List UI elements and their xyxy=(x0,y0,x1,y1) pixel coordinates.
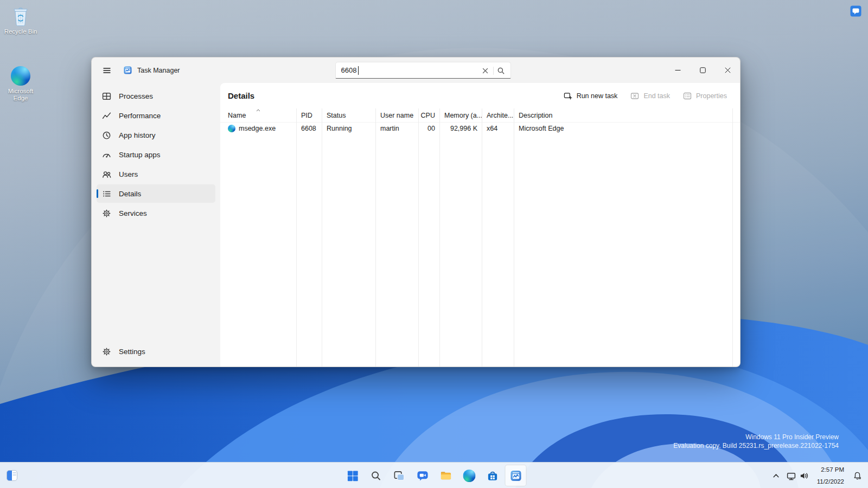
toolbar: Run new task End task xyxy=(558,88,732,104)
notifications-button[interactable] xyxy=(849,465,866,486)
cell-pid[interactable]: 6608 xyxy=(297,123,322,134)
tray-date: 11/2/2022 xyxy=(817,478,844,486)
details-table: Name msedge.exe PID 6608 Status Running xyxy=(220,108,740,367)
hamburger-icon xyxy=(103,66,111,75)
chat-button[interactable] xyxy=(412,465,433,486)
desktop-icon-recycle-bin[interactable]: Recycle Bin xyxy=(0,4,41,35)
details-icon xyxy=(101,189,111,198)
chevron-up-icon xyxy=(773,472,780,479)
services-icon xyxy=(101,208,111,218)
performance-icon xyxy=(101,111,111,120)
app-history-icon xyxy=(101,130,111,140)
hidden-icons-button[interactable] xyxy=(769,465,783,486)
sidebar-item-startup-apps[interactable]: Startup apps xyxy=(97,145,215,164)
cell-memory[interactable]: 92,996 K xyxy=(440,123,482,134)
widgets-icon xyxy=(5,469,18,482)
sidebar-item-services[interactable]: Services xyxy=(97,204,215,222)
file-explorer-button[interactable] xyxy=(435,465,457,486)
column-header-name[interactable]: Name xyxy=(220,108,296,123)
windows-start-icon xyxy=(346,470,359,482)
taskbar-center xyxy=(342,465,527,486)
search-icon xyxy=(369,470,382,482)
users-icon xyxy=(101,169,111,179)
column-header-memory[interactable]: Memory (a... xyxy=(440,108,482,123)
task-manager-button[interactable] xyxy=(505,465,527,486)
recycle-bin-icon xyxy=(11,4,30,26)
feedback-icon[interactable] xyxy=(850,5,861,19)
column-header-description[interactable]: Description xyxy=(514,108,732,123)
window-title: Task Manager xyxy=(137,67,180,74)
sidebar-spacer xyxy=(92,223,220,342)
search-icon xyxy=(497,67,505,75)
startup-apps-icon xyxy=(101,150,111,159)
watermark-line1: Windows 11 Pro Insider Preview xyxy=(673,433,839,441)
column-header-user-name[interactable]: User name xyxy=(376,108,418,123)
cell-name[interactable]: msedge.exe xyxy=(220,123,296,134)
column-header-cpu[interactable]: CPU xyxy=(419,108,439,123)
column-header-architecture[interactable]: Archite... xyxy=(482,108,514,123)
sidebar-item-app-history[interactable]: App history xyxy=(97,126,215,144)
widgets-button[interactable] xyxy=(1,465,23,486)
scrollbar-gutter[interactable] xyxy=(733,108,740,367)
taskbar-search-button[interactable] xyxy=(365,465,387,486)
sidebar-item-performance[interactable]: Performance xyxy=(97,106,215,125)
sidebar-item-users[interactable]: Users xyxy=(97,165,215,183)
page-header: Details Run new task xyxy=(220,83,740,108)
properties-button[interactable]: Properties xyxy=(678,88,732,104)
cell-description[interactable]: Microsoft Edge xyxy=(514,123,732,134)
task-view-button[interactable] xyxy=(388,465,410,486)
desktop: Windows 11 Pro Insider Preview Evaluatio… xyxy=(0,0,868,488)
window-title-group: Task Manager xyxy=(123,66,180,75)
run-new-task-button[interactable]: Run new task xyxy=(558,88,623,104)
details-page: Details Run new task xyxy=(220,83,740,367)
sidebar: Processes Performance App history xyxy=(92,83,220,367)
search-submit-button[interactable] xyxy=(495,64,508,77)
tray-time: 2:57 PM xyxy=(821,466,844,474)
window-controls xyxy=(665,57,740,83)
cell-cpu[interactable]: 00 xyxy=(419,123,439,134)
edge-icon xyxy=(228,125,235,132)
edge-button[interactable] xyxy=(458,465,480,486)
end-task-button[interactable]: End task xyxy=(625,88,675,104)
task-manager-logo-icon xyxy=(123,66,132,75)
sidebar-item-processes[interactable]: Processes xyxy=(97,87,215,105)
network-icon xyxy=(787,471,796,480)
gear-icon xyxy=(101,346,111,356)
titlebar: Task Manager xyxy=(92,57,740,83)
cell-architecture[interactable]: x64 xyxy=(482,123,514,134)
navigation-menu-button[interactable] xyxy=(97,61,117,80)
start-button[interactable] xyxy=(342,465,363,486)
file-explorer-icon xyxy=(439,470,452,482)
search-divider xyxy=(493,67,494,75)
column-header-pid[interactable]: PID xyxy=(297,108,322,123)
network-volume-button[interactable] xyxy=(783,465,812,486)
sidebar-item-settings[interactable]: Settings xyxy=(97,342,215,361)
column-header-status[interactable]: Status xyxy=(322,108,375,123)
clear-search-button[interactable] xyxy=(479,64,492,77)
taskbar: 2:57 PM 11/2/2022 xyxy=(0,462,868,488)
desktop-icon-microsoft-edge[interactable]: Microsoft Edge xyxy=(0,66,41,102)
cell-user-name[interactable]: martin xyxy=(376,123,418,134)
sort-ascending-icon xyxy=(256,109,260,112)
chat-icon xyxy=(416,470,429,482)
edge-icon xyxy=(463,470,475,482)
text-caret xyxy=(358,66,359,75)
evaluation-watermark: Windows 11 Pro Insider Preview Evaluatio… xyxy=(673,433,839,450)
clock[interactable]: 2:57 PM 11/2/2022 xyxy=(813,465,848,486)
task-manager-icon xyxy=(509,470,522,482)
store-button[interactable] xyxy=(482,465,503,486)
close-button[interactable] xyxy=(715,57,740,83)
processes-icon xyxy=(101,91,111,101)
volume-icon xyxy=(800,471,809,480)
close-icon xyxy=(725,67,731,73)
system-tray: 2:57 PM 11/2/2022 xyxy=(769,465,866,486)
task-view-icon xyxy=(393,470,405,482)
properties-icon xyxy=(683,92,692,100)
maximize-icon xyxy=(700,67,706,73)
maximize-button[interactable] xyxy=(690,57,715,83)
minimize-button[interactable] xyxy=(665,57,690,83)
page-title: Details xyxy=(228,91,254,100)
sidebar-item-details[interactable]: Details xyxy=(97,184,215,203)
cell-status[interactable]: Running xyxy=(322,123,375,134)
store-icon xyxy=(486,470,499,482)
